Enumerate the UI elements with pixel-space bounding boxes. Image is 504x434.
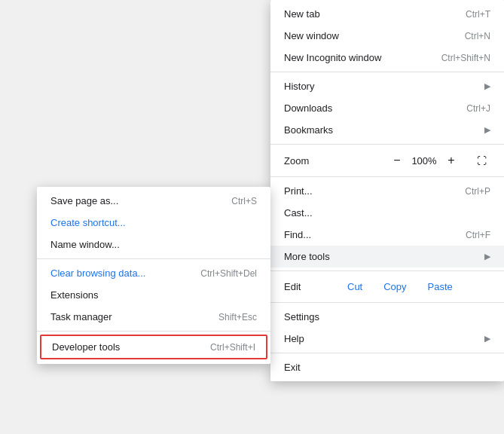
menu-item-bookmarks[interactable]: Bookmarks ▶: [270, 119, 504, 141]
menu-item-clear-browsing[interactable]: Clear browsing data... Ctrl+Shift+Del: [37, 262, 270, 284]
clear-browsing-label: Clear browsing data...: [50, 267, 145, 279]
menu-item-new-tab[interactable]: New tab Ctrl+T: [270, 3, 504, 25]
zoom-value: 100%: [411, 155, 438, 167]
separator-6: [270, 353, 504, 353]
save-page-shortcut: Ctrl+S: [231, 196, 257, 206]
more-tools-submenu: Save page as... Ctrl+S Create shortcut..…: [37, 187, 270, 364]
downloads-label: Downloads: [284, 102, 332, 114]
menu-item-new-window[interactable]: New window Ctrl+N: [270, 25, 504, 47]
paste-button[interactable]: Paste: [417, 278, 463, 295]
menu-item-name-window[interactable]: Name window...: [37, 234, 270, 255]
menu-item-downloads[interactable]: Downloads Ctrl+J: [270, 97, 504, 119]
help-arrow: ▶: [484, 334, 490, 344]
separator-1: [270, 72, 504, 72]
zoom-controls: − 100% + ⛶: [388, 151, 490, 170]
zoom-plus-button[interactable]: +: [442, 151, 460, 170]
more-tools-arrow: ▶: [484, 252, 490, 261]
edit-actions: Cut Copy Paste: [337, 278, 463, 295]
history-label: History: [284, 81, 314, 92]
menu-item-cast[interactable]: Cast...: [270, 202, 504, 224]
bookmarks-arrow: ▶: [484, 125, 490, 135]
bookmarks-label: Bookmarks: [284, 124, 333, 136]
new-window-label: New window: [284, 30, 339, 41]
menu-item-find[interactable]: Find... Ctrl+F: [270, 224, 504, 246]
edit-label: Edit: [284, 281, 322, 292]
settings-label: Settings: [284, 311, 319, 322]
separator-4: [270, 270, 504, 271]
name-window-label: Name window...: [50, 239, 120, 250]
menu-item-extensions[interactable]: Extensions: [37, 284, 270, 306]
extensions-label: Extensions: [50, 289, 99, 301]
menu-item-developer-tools[interactable]: Developer tools Ctrl+Shift+I: [40, 335, 267, 359]
exit-label: Exit: [284, 362, 301, 373]
find-label: Find...: [284, 229, 311, 240]
menu-item-settings[interactable]: Settings: [270, 306, 504, 328]
sub-separator-2: [37, 331, 270, 332]
menu-item-history[interactable]: History ▶: [270, 75, 504, 97]
save-page-label: Save page as...: [50, 195, 118, 206]
menu-item-help[interactable]: Help ▶: [270, 328, 504, 350]
separator-5: [270, 302, 504, 303]
new-window-shortcut: Ctrl+N: [465, 31, 490, 41]
separator-3: [270, 176, 504, 177]
menu-item-create-shortcut[interactable]: Create shortcut...: [37, 212, 270, 234]
zoom-minus-button[interactable]: −: [388, 151, 406, 170]
cast-label: Cast...: [284, 207, 313, 219]
print-label: Print...: [284, 185, 313, 197]
task-manager-shortcut: Shift+Esc: [218, 312, 257, 322]
developer-tools-shortcut: Ctrl+Shift+I: [210, 342, 255, 353]
new-tab-label: New tab: [284, 8, 320, 20]
history-arrow: ▶: [484, 81, 490, 91]
help-label: Help: [284, 333, 304, 344]
zoom-label: Zoom: [284, 155, 322, 167]
menu-item-save-page[interactable]: Save page as... Ctrl+S: [37, 190, 270, 212]
create-shortcut-label: Create shortcut...: [50, 217, 126, 228]
new-incognito-shortcut: Ctrl+Shift+N: [441, 53, 490, 63]
new-tab-shortcut: Ctrl+T: [466, 9, 490, 20]
task-manager-label: Task manager: [50, 311, 112, 322]
downloads-shortcut: Ctrl+J: [466, 103, 490, 114]
sub-separator-1: [37, 258, 270, 259]
cut-button[interactable]: Cut: [337, 278, 373, 295]
fullscreen-button[interactable]: ⛶: [472, 151, 490, 170]
separator-2: [270, 144, 504, 145]
more-tools-label: More tools: [284, 251, 330, 262]
menu-item-print[interactable]: Print... Ctrl+P: [270, 180, 504, 202]
new-incognito-label: New Incognito window: [284, 52, 381, 63]
menu-item-task-manager[interactable]: Task manager Shift+Esc: [37, 306, 270, 328]
copy-button[interactable]: Copy: [373, 278, 417, 295]
menu-item-more-tools[interactable]: More tools ▶: [270, 246, 504, 267]
menu-item-new-incognito[interactable]: New Incognito window Ctrl+Shift+N: [270, 47, 504, 69]
developer-tools-label: Developer tools: [52, 341, 120, 353]
main-menu: New tab Ctrl+T New window Ctrl+N New Inc…: [270, 0, 504, 381]
zoom-row: Zoom − 100% + ⛶: [270, 148, 504, 173]
print-shortcut: Ctrl+P: [465, 186, 490, 197]
menu-item-exit[interactable]: Exit: [270, 356, 504, 378]
edit-row: Edit Cut Copy Paste: [270, 274, 504, 299]
find-shortcut: Ctrl+F: [466, 230, 490, 240]
clear-browsing-shortcut: Ctrl+Shift+Del: [200, 268, 257, 279]
